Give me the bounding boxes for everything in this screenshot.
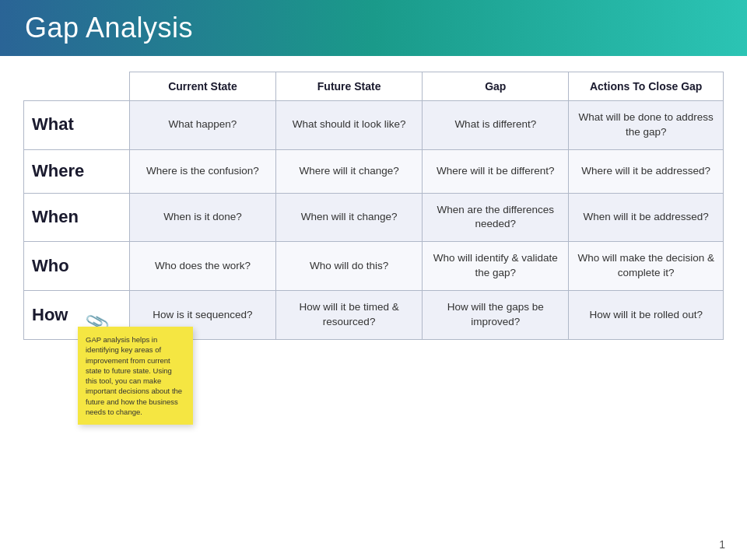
- row-label-who: Who: [24, 242, 130, 291]
- cell-how-actions: How will it be rolled out?: [569, 291, 724, 340]
- row-label-when: When: [24, 193, 130, 242]
- sticky-note-container: 📎 GAP analysis helps in identifying key …: [78, 327, 193, 425]
- table-row: WhenWhen is it done?When will it change?…: [24, 193, 724, 242]
- gap-analysis-table: Current State Future State Gap Actions T…: [23, 72, 724, 340]
- cell-what-future: What should it look like?: [276, 101, 423, 150]
- cell-what-current: What happen?: [129, 101, 275, 150]
- header-empty: [24, 72, 130, 101]
- cell-how-gap: How will the gaps be improved?: [423, 291, 569, 340]
- cell-who-current: Who does the work?: [129, 242, 275, 291]
- header-actions: Actions To Close Gap: [569, 72, 724, 101]
- cell-who-gap: Who will identify & validate the gap?: [423, 242, 569, 291]
- cell-where-current: Where is the confusion?: [129, 149, 275, 193]
- table-row: WhatWhat happen?What should it look like…: [24, 101, 724, 150]
- cell-where-future: Where will it change?: [276, 149, 423, 193]
- header-current-state: Current State: [129, 72, 275, 101]
- table-row: WhoWho does the work?Who will do this?Wh…: [24, 242, 724, 291]
- cell-what-actions: What will be done to address the gap?: [569, 101, 724, 150]
- header-future-state: Future State: [276, 72, 423, 101]
- cell-who-actions: Who will make the decision & complete it…: [569, 242, 724, 291]
- cell-when-future: When will it change?: [276, 193, 423, 242]
- row-label-where: Where: [24, 149, 130, 193]
- table-header-row: Current State Future State Gap Actions T…: [24, 72, 724, 101]
- cell-what-gap: What is different?: [423, 101, 569, 150]
- cell-where-gap: Where will it be different?: [423, 149, 569, 193]
- header-gap: Gap: [423, 72, 569, 101]
- cell-when-current: When is it done?: [129, 193, 275, 242]
- sticky-note: GAP analysis helps in identifying key ar…: [78, 327, 193, 425]
- cell-who-future: Who will do this?: [276, 242, 423, 291]
- cell-when-gap: When are the differences needed?: [423, 193, 569, 242]
- cell-where-actions: Where will it be addressed?: [569, 149, 724, 193]
- cell-when-actions: When will it be addressed?: [569, 193, 724, 242]
- page-title: Gap Analysis: [25, 12, 193, 44]
- main-content: Current State Future State Gap Actions T…: [0, 56, 747, 348]
- page-number: 1: [719, 538, 725, 551]
- cell-how-future: How will it be timed & resourced?: [276, 291, 423, 340]
- row-label-what: What: [24, 101, 130, 150]
- header: Gap Analysis: [0, 0, 747, 56]
- sticky-note-text: GAP analysis helps in identifying key ar…: [86, 335, 182, 416]
- table-row: WhereWhere is the confusion?Where will i…: [24, 149, 724, 193]
